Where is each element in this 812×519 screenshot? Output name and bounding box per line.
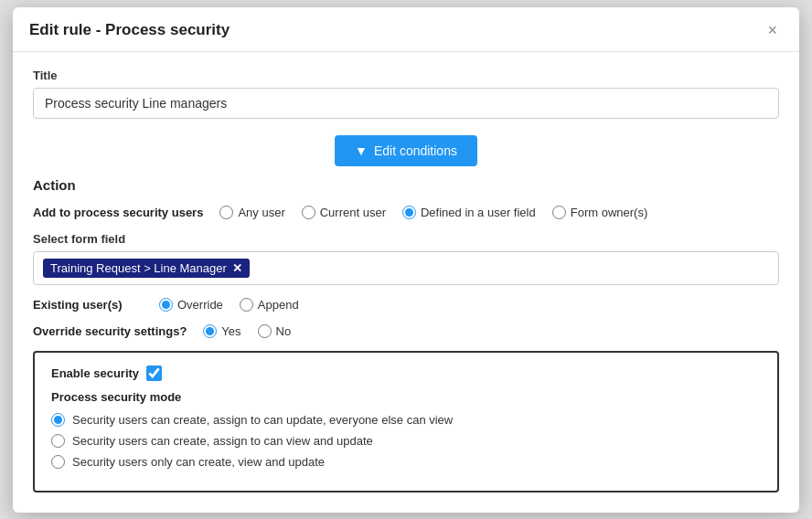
edit-conditions-button[interactable]: ▼ Edit conditions (335, 135, 477, 166)
radio-override-input[interactable] (159, 298, 173, 312)
existing-users-label: Existing user(s) (33, 298, 143, 312)
radio-current-user[interactable]: Current user (302, 206, 386, 219)
radio-no-input[interactable] (258, 324, 272, 338)
override-security-row: Override security settings? Yes No (33, 324, 779, 338)
modal-header: Edit rule - Process security × (13, 7, 799, 52)
enable-security-checkbox[interactable] (146, 365, 162, 381)
mode3-label: Security users only can create, view and… (72, 455, 325, 469)
radio-current-user-input[interactable] (302, 206, 315, 219)
radio-mode3[interactable]: Security users only can create, view and… (51, 455, 761, 469)
radio-append-input[interactable] (240, 298, 253, 312)
tag-value: Training Request > Line Manager (50, 261, 227, 275)
add-to-process-label: Add to process security users (33, 206, 203, 219)
radio-any-user[interactable]: Any user (219, 206, 284, 219)
radio-mode2-input[interactable] (51, 434, 65, 448)
radio-mode1-input[interactable] (51, 413, 65, 427)
no-label: No (276, 324, 292, 338)
select-form-field-input[interactable]: Training Request > Line Manager ✕ (33, 251, 779, 285)
radio-mode1[interactable]: Security users can create, assign to can… (51, 413, 761, 427)
title-input[interactable] (33, 88, 779, 119)
radio-any-user-input[interactable] (219, 206, 233, 219)
security-box: Enable security Process security mode Se… (33, 351, 779, 493)
existing-users-row: Existing user(s) Override Append (33, 298, 779, 312)
radio-mode2[interactable]: Security users can create, assign to can… (51, 434, 761, 448)
form-owners-label: Form owner(s) (571, 206, 648, 219)
append-label: Append (258, 298, 299, 312)
radio-form-owners-input[interactable] (552, 206, 566, 219)
tag-close-icon[interactable]: ✕ (232, 261, 242, 275)
action-label: Action (33, 177, 779, 193)
radio-defined-in-user-field[interactable]: Defined in a user field (402, 206, 536, 219)
filter-icon: ▼ (355, 143, 368, 158)
add-to-process-row: Add to process security users Any user C… (33, 206, 779, 219)
override-label: Override (177, 298, 223, 312)
enable-security-label: Enable security (51, 366, 139, 380)
edit-rule-modal: Edit rule - Process security × Title ▼ E… (13, 7, 799, 513)
modal-body: Title ▼ Edit conditions Action Add to pr… (13, 52, 799, 513)
form-field-tag: Training Request > Line Manager ✕ (43, 259, 250, 278)
radio-append[interactable]: Append (240, 298, 299, 312)
close-button[interactable]: × (762, 20, 783, 40)
any-user-label: Any user (238, 206, 284, 219)
title-label: Title (33, 69, 779, 82)
radio-yes[interactable]: Yes (203, 324, 240, 338)
radio-form-owners[interactable]: Form owner(s) (552, 206, 648, 219)
radio-defined-in-user-field-input[interactable] (402, 206, 416, 219)
select-form-field-label: Select form field (33, 232, 779, 246)
edit-conditions-row: ▼ Edit conditions (33, 135, 779, 166)
mode1-label: Security users can create, assign to can… (72, 413, 453, 427)
edit-conditions-label: Edit conditions (374, 143, 457, 158)
radio-mode3-input[interactable] (51, 455, 65, 469)
current-user-label: Current user (320, 206, 386, 219)
enable-security-row: Enable security (51, 365, 761, 381)
radio-no[interactable]: No (258, 324, 292, 338)
radio-override[interactable]: Override (159, 298, 223, 312)
process-mode-label: Process security mode (51, 390, 761, 404)
mode2-label: Security users can create, assign to can… (72, 434, 373, 448)
modal-title: Edit rule - Process security (29, 21, 230, 39)
override-security-label: Override security settings? (33, 324, 187, 338)
yes-label: Yes (221, 324, 240, 338)
radio-yes-input[interactable] (203, 324, 217, 338)
defined-in-user-field-label: Defined in a user field (421, 206, 536, 219)
